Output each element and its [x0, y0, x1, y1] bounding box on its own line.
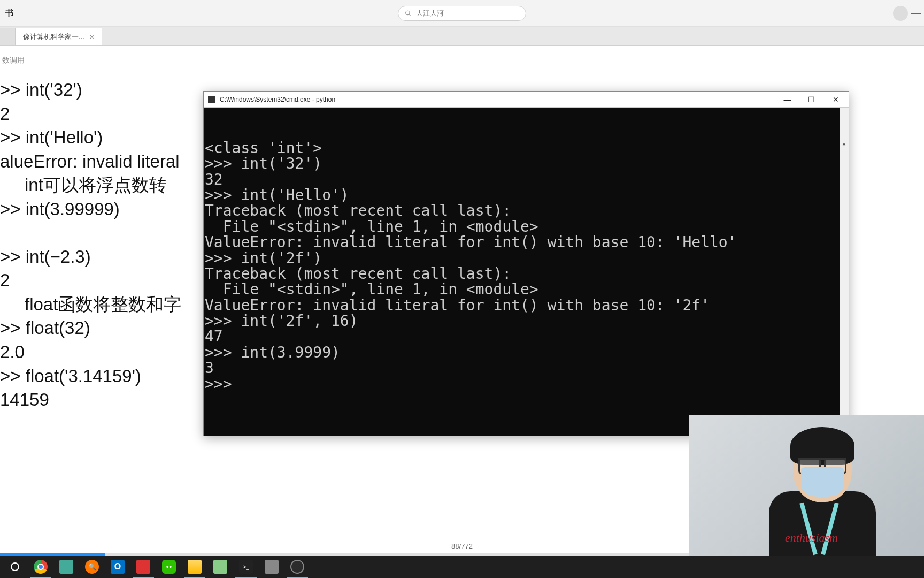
taskbar-notepad[interactable] — [207, 556, 233, 578]
terminal-line: ValueError: invalid literal for int() wi… — [205, 298, 848, 313]
search-icon — [405, 10, 412, 17]
camera-overlay: enthusiasm — [689, 415, 924, 556]
terminal-title: C:\Windows\System32\cmd.exe - python — [220, 96, 775, 103]
cmd-icon — [208, 96, 215, 103]
maximize-button[interactable]: ☐ — [799, 92, 823, 107]
search-box[interactable] — [398, 6, 526, 21]
taskbar-explorer[interactable] — [182, 556, 207, 578]
terminal-line: 32 — [205, 172, 848, 187]
chrome-icon — [34, 560, 48, 574]
page-counter: 88/772 — [451, 542, 473, 550]
app-bar: 书 — — [0, 0, 924, 27]
scroll-up-icon[interactable]: ▲ — [840, 139, 849, 148]
close-button[interactable]: ✕ — [823, 92, 848, 107]
svg-line-1 — [409, 14, 411, 16]
taskbar-obs[interactable] — [284, 556, 310, 578]
tab-1[interactable]: 像计算机科学家一... × — [16, 28, 102, 45]
taskbar-outlook[interactable]: O — [105, 556, 130, 578]
terminal-titlebar[interactable]: C:\Windows\System32\cmd.exe - python — ☐… — [204, 92, 849, 108]
svg-point-0 — [406, 11, 410, 14]
taskbar-start[interactable] — [2, 556, 28, 578]
terminal-line: <class 'int'> — [205, 140, 848, 156]
taskbar-wechat[interactable]: ●● — [156, 556, 182, 578]
obs-icon — [290, 560, 304, 574]
terminal-line: 3 — [205, 360, 848, 376]
taskbar-cmd[interactable]: >_ — [233, 556, 259, 578]
avatar[interactable] — [893, 6, 908, 21]
tab-label: 像计算机科学家一... — [23, 32, 84, 42]
taskbar-app-green[interactable] — [53, 556, 79, 578]
start-icon — [8, 560, 22, 574]
taskbar: 🔍O●●>_ — [0, 556, 924, 578]
terminal-line: Traceback (most recent call last): — [205, 203, 848, 218]
terminal-line: Traceback (most recent call last): — [205, 266, 848, 282]
terminal-line: ValueError: invalid literal for int() wi… — [205, 234, 848, 250]
tab-strip: 像计算机科学家一... × — [0, 27, 924, 46]
minimize-button[interactable]: — — [775, 92, 799, 107]
app-gray-icon — [265, 560, 279, 574]
cmd-icon: >_ — [239, 560, 253, 574]
window-controls: — ☐ ✕ — [775, 92, 848, 107]
terminal-line: >>> int('Hello') — [205, 187, 848, 203]
terminal-line: >>> int(3.9999) — [205, 345, 848, 360]
close-icon[interactable]: × — [90, 33, 94, 41]
terminal-line: >>> int('32') — [205, 156, 848, 171]
terminal-line: File "<stdin>", line 1, in <module> — [205, 219, 848, 234]
wechat-icon: ●● — [162, 560, 176, 574]
presenter-figure: enthusiasm — [774, 427, 871, 556]
outlook-icon: O — [111, 560, 125, 574]
menu-icon[interactable]: — — [911, 7, 921, 19]
taskbar-chrome[interactable] — [28, 556, 53, 578]
search-input[interactable] — [416, 9, 519, 17]
app-red-icon — [136, 560, 150, 574]
shirt-text: enthusiasm — [785, 531, 838, 545]
terminal-window[interactable]: C:\Windows\System32\cmd.exe - python — ☐… — [203, 91, 849, 436]
taskbar-app-red[interactable] — [130, 556, 156, 578]
terminal-scrollbar[interactable]: ▲ ▼ — [840, 108, 849, 436]
app-green-icon — [59, 560, 73, 574]
app-title: 书 — [5, 8, 13, 18]
terminal-line: >>> int('2f', 16) — [205, 313, 848, 329]
terminal-line: 47 — [205, 329, 848, 344]
notepad-icon — [213, 560, 227, 574]
terminal-line: >>> — [205, 376, 848, 392]
everything-icon: 🔍 — [85, 560, 99, 574]
breadcrumb: 数调用 — [0, 56, 924, 65]
terminal-body[interactable]: <class 'int'>>>> int('32')32>>> int('Hel… — [204, 108, 849, 436]
terminal-line: File "<stdin>", line 1, in <module> — [205, 282, 848, 297]
tab-0[interactable] — [0, 28, 16, 45]
terminal-line: >>> int('2f') — [205, 250, 848, 266]
taskbar-app-gray[interactable] — [259, 556, 284, 578]
taskbar-everything[interactable]: 🔍 — [79, 556, 105, 578]
explorer-icon — [188, 560, 202, 574]
